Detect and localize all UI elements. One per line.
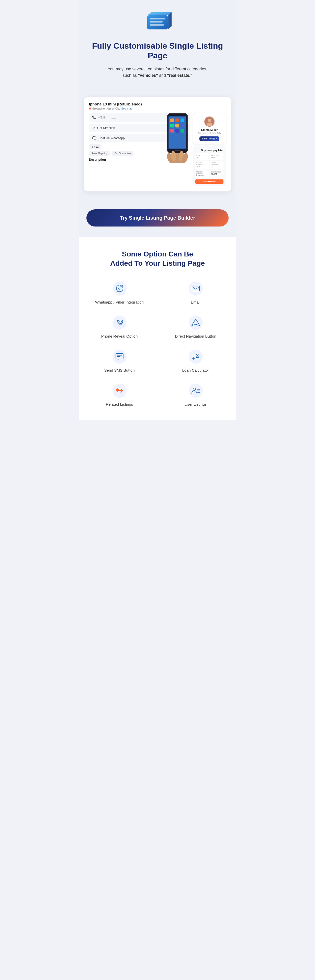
cta-button[interactable]: Try Single Listing Page Builder — [86, 209, 229, 226]
free-shipping-badge: Free Shipping — [89, 151, 110, 156]
listing-header: Iphone 13 mini (Refurbished) Greenville,… — [89, 102, 226, 110]
svg-point-32 — [189, 316, 203, 330]
option-user-listings: User Listings — [160, 383, 231, 407]
navigation-label: Direct Navigation Button — [175, 334, 216, 339]
see-map-link[interactable]: See map — [121, 107, 133, 110]
view-profile-button[interactable]: View Profile › — [199, 137, 219, 141]
profile-location: Greenville, Jersey City — [196, 132, 223, 134]
related-listings-icon — [112, 383, 127, 398]
hero-subtitle: You may use several templates for differ… — [106, 66, 209, 79]
get-direction-row[interactable]: ↗ Get Direction — [89, 124, 190, 132]
related-listings-label: Related Listings — [106, 402, 133, 407]
svg-point-47 — [189, 383, 203, 398]
cta-section: Try Single Listing Page Builder — [79, 202, 236, 237]
price-field: Price ● — [195, 153, 209, 160]
whatsapp-row[interactable]: 💬 Chat via WhatsApp — [89, 134, 190, 142]
user-listings-label: User Listings — [185, 402, 207, 407]
direction-icon: ↗ — [92, 126, 95, 130]
arrow-icon: › — [216, 137, 217, 140]
buy-panel: Buy now, pay later Price ● Interest rate… — [193, 146, 226, 186]
interest-field: Interest rate —— — [210, 153, 223, 160]
sms-label: Send SMS Button — [104, 368, 135, 373]
svg-point-31 — [112, 316, 127, 330]
option-whatsapp-viber: Whatsapp / Viber Integration — [84, 281, 155, 305]
options-grid: Whatsapp / Viber Integration Email — [84, 281, 231, 407]
guarantee-badge: On Guarantee — [112, 151, 133, 156]
phone-reveal-row: 📞 +3.8 ............. — [89, 113, 190, 122]
loan-calculator-label: Loan Calculator — [182, 368, 209, 373]
option-sms: Send SMS Button — [84, 349, 155, 373]
profile-name: Emma Miller — [196, 128, 223, 131]
image-counter: 4 / 12 — [89, 144, 190, 149]
options-title: Some Option Can Be Added To Your Listing… — [84, 250, 231, 268]
option-phone-reveal: Phone Reveal Option — [84, 315, 155, 339]
phone-icon: 📞 — [92, 115, 96, 119]
mockup-section: Iphone 13 mini (Refurbished) Greenville,… — [79, 97, 236, 202]
phone-reveal-icon — [112, 315, 127, 331]
hero-title: Fully Customisable Single Listing Page — [84, 41, 231, 60]
svg-marker-0 — [147, 12, 172, 15]
features-row: Free Shipping On Guarantee — [89, 151, 190, 156]
svg-point-27 — [112, 282, 127, 296]
navigation-icon — [188, 315, 203, 331]
user-listings-icon — [188, 383, 203, 398]
buy-grid: Price ● Interest rate —— Period (months)… — [195, 153, 223, 178]
hero-icon — [142, 10, 173, 33]
whatsapp-viber-label: Whatsapp / Viber Integration — [95, 299, 144, 305]
profile-avatar — [204, 116, 215, 127]
profile-card: Emma Miller Greenville, Jersey City View… — [193, 113, 226, 144]
option-related-listings: Related Listings — [84, 383, 155, 407]
period-field: Period (months) ● ● — [195, 161, 209, 169]
option-loan-calculator: Loan Calculator — [160, 349, 231, 373]
option-navigation: Direct Navigation Button — [160, 315, 231, 339]
phone-number: +3.8 ............. — [98, 116, 121, 119]
svg-rect-4 — [150, 21, 163, 22]
description-label: Description — [89, 158, 190, 162]
get-direction-label: Get Direction — [97, 126, 115, 130]
email-label: Email — [191, 299, 201, 305]
svg-point-38 — [189, 350, 203, 364]
listing-mockup: Iphone 13 mini (Refurbished) Greenville,… — [84, 97, 231, 191]
hero-section: Fully Customisable Single Listing Page Y… — [79, 0, 236, 97]
listing-location: Greenville, Jersey City See map — [89, 107, 226, 110]
reveal-button[interactable] — [181, 115, 187, 120]
svg-rect-3 — [150, 18, 165, 19]
counter-badge: 4 / 12 — [89, 144, 101, 149]
down-payment-field: Down payment ▲ — [210, 161, 223, 169]
total-interest-field: Total Interest 72,645 — [210, 170, 223, 178]
option-email: Email — [160, 281, 231, 305]
svg-point-29 — [189, 282, 203, 296]
whatsapp-label: Chat via WhatsApp — [98, 137, 125, 140]
svg-rect-5 — [150, 24, 164, 25]
buy-panel-title: Buy now, pay later — [195, 149, 223, 152]
monthly-payment-field: Monthly payment $44,226 — [195, 170, 209, 178]
email-icon — [188, 281, 203, 296]
phone-reveal-label: Phone Reveal Option — [101, 334, 138, 339]
whatsapp-viber-icon — [112, 281, 127, 296]
svg-point-7 — [207, 119, 211, 123]
location-dot-icon — [89, 108, 91, 110]
sms-icon — [112, 349, 127, 364]
disbursement-button[interactable]: Disbursement — [195, 180, 223, 184]
whatsapp-icon: 💬 — [92, 136, 97, 140]
listing-title: Iphone 13 mini (Refurbished) — [89, 102, 226, 106]
options-section: Some Option Can Be Added To Your Listing… — [79, 237, 236, 420]
loan-calculator-icon — [188, 349, 203, 364]
